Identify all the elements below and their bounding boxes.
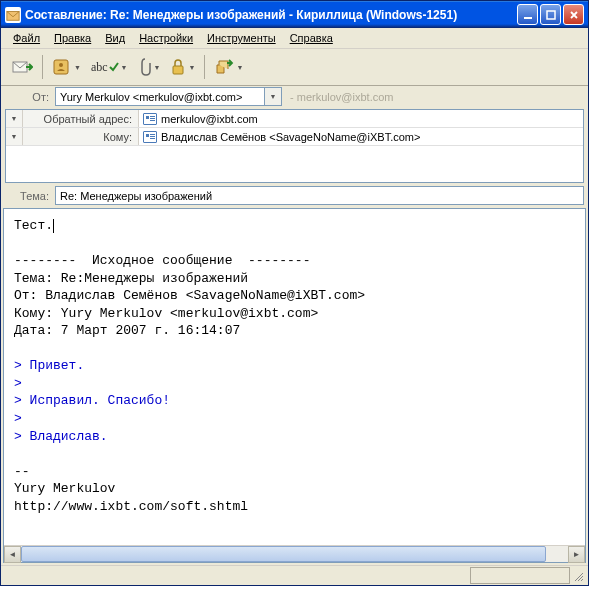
- signature-url: http://www.ixbt.com/soft.shtml: [14, 499, 248, 514]
- to-type-dropdown[interactable]: ▼: [6, 128, 23, 145]
- quote-line: >: [14, 411, 22, 426]
- app-icon: [5, 7, 21, 23]
- window-title: Составление: Re: Менеджеры изображений -…: [25, 8, 517, 22]
- orig-from: От: Владислав Семёнов <SavageNoName@iXBT…: [14, 288, 365, 303]
- orig-date: Дата: 7 Март 2007 г. 16:14:07: [14, 323, 240, 338]
- message-body[interactable]: Тест. -------- Исходное сообщение ------…: [4, 209, 585, 545]
- orig-subject: Тема: Re:Менеджеры изображений: [14, 271, 248, 286]
- close-button[interactable]: [563, 4, 584, 25]
- svg-rect-1: [524, 17, 532, 19]
- menu-tools[interactable]: Инструменты: [201, 30, 282, 46]
- titlebar[interactable]: Составление: Re: Менеджеры изображений -…: [1, 1, 588, 28]
- from-dropdown[interactable]: ▼: [265, 87, 282, 106]
- svg-rect-6: [173, 66, 183, 74]
- address-grid: ▼ Обратный адрес: merkulov@ixbt.com ▼ Ко…: [5, 109, 584, 183]
- scroll-thumb[interactable]: [21, 546, 546, 562]
- reply-to-row: ▼ Обратный адрес: merkulov@ixbt.com: [6, 110, 583, 128]
- reply-to-value[interactable]: merkulov@ixbt.com: [139, 113, 583, 125]
- reply-to-type-dropdown[interactable]: ▼: [6, 110, 23, 127]
- subject-label: Тема:: [5, 190, 55, 202]
- scroll-left-button[interactable]: ◄: [4, 546, 21, 563]
- signature-name: Yury Merkulov: [14, 481, 115, 496]
- chevron-down-icon: ▼: [121, 64, 128, 71]
- scroll-right-button[interactable]: ►: [568, 546, 585, 563]
- attach-button[interactable]: ▼: [134, 53, 165, 81]
- chevron-down-icon: ▼: [74, 64, 81, 71]
- scroll-track[interactable]: [21, 546, 568, 562]
- toolbar: ▼ abc ▼ ▼ ▼ ▼: [1, 49, 588, 86]
- menu-view[interactable]: Вид: [99, 30, 131, 46]
- menu-file[interactable]: Файл: [7, 30, 46, 46]
- separator: [42, 55, 43, 79]
- menu-help[interactable]: Справка: [284, 30, 339, 46]
- resize-grip[interactable]: [570, 567, 586, 584]
- typed-text: Тест.: [14, 218, 53, 233]
- menu-edit[interactable]: Правка: [48, 30, 97, 46]
- contact-card-icon: [143, 131, 157, 143]
- editor-wrap: Тест. -------- Исходное сообщение ------…: [3, 208, 586, 563]
- status-cell: [470, 567, 570, 584]
- contact-card-icon: [143, 113, 157, 125]
- send-button[interactable]: [7, 53, 37, 81]
- security-button[interactable]: ▼: [166, 53, 199, 81]
- to-value[interactable]: Владислав Семёнов <SavageNoName@iXBT.com…: [139, 131, 583, 143]
- subject-input[interactable]: [55, 186, 584, 205]
- spellcheck-button[interactable]: abc ▼: [87, 53, 132, 81]
- contacts-button[interactable]: ▼: [48, 53, 85, 81]
- separator: [204, 55, 205, 79]
- text-cursor: [53, 219, 54, 233]
- menu-settings[interactable]: Настройки: [133, 30, 199, 46]
- to-row: ▼ Кому: Владислав Семёнов <SavageNoName@…: [6, 128, 583, 146]
- minimize-button[interactable]: [517, 4, 538, 25]
- from-label: От:: [5, 91, 55, 103]
- svg-rect-2: [547, 11, 555, 19]
- quote-line: > Привет.: [14, 358, 84, 373]
- quote-line: > Исправил. Спасибо!: [14, 393, 170, 408]
- maximize-button[interactable]: [540, 4, 561, 25]
- signature-sep: --: [14, 464, 30, 479]
- from-extra: - merkulov@ixbt.com: [282, 91, 393, 103]
- chevron-down-icon: ▼: [188, 64, 195, 71]
- statusbar: [1, 565, 588, 585]
- horizontal-scrollbar[interactable]: ◄ ►: [4, 545, 585, 562]
- from-row: От: ▼ - merkulov@ixbt.com: [1, 86, 588, 107]
- save-button[interactable]: ▼: [210, 53, 247, 81]
- subject-row: Тема:: [1, 185, 588, 206]
- original-separator: -------- Исходное сообщение --------: [14, 253, 310, 268]
- orig-to: Кому: Yury Merkulov <merkulov@ixbt.com>: [14, 306, 318, 321]
- chevron-down-icon: ▼: [154, 64, 161, 71]
- from-input[interactable]: [55, 87, 265, 106]
- chevron-down-icon: ▼: [236, 64, 243, 71]
- quote-line: > Владислав.: [14, 429, 108, 444]
- address-empty-rows[interactable]: [6, 146, 583, 182]
- to-text: Владислав Семёнов <SavageNoName@iXBT.com…: [161, 131, 420, 143]
- svg-point-5: [59, 63, 63, 67]
- to-label: Кому:: [23, 131, 138, 143]
- reply-to-label: Обратный адрес:: [23, 113, 138, 125]
- compose-window: Составление: Re: Менеджеры изображений -…: [0, 0, 589, 586]
- quote-line: >: [14, 376, 22, 391]
- menubar: Файл Правка Вид Настройки Инструменты Сп…: [1, 28, 588, 49]
- reply-to-text: merkulov@ixbt.com: [161, 113, 258, 125]
